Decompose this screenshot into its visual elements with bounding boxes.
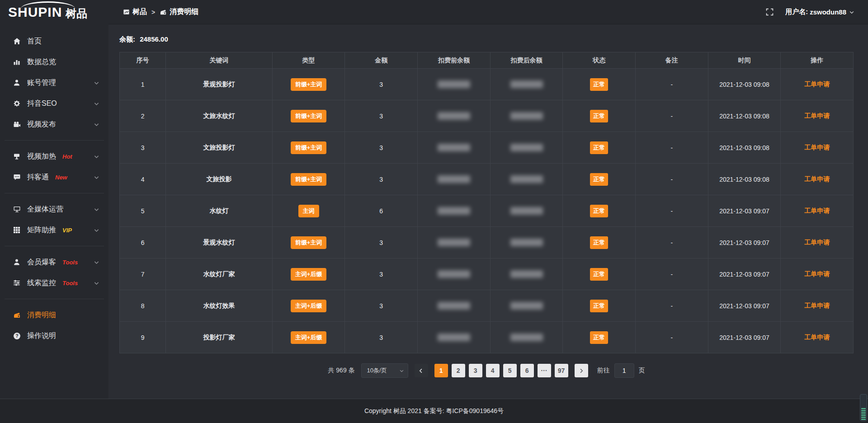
cell-time: 2021-12-03 09:08	[708, 164, 781, 195]
monitor-icon	[13, 206, 21, 213]
status-badge: 正常	[590, 205, 608, 217]
sidebar-item-account-management[interactable]: 账号管理	[0, 72, 108, 93]
cell-amount: 3	[345, 227, 418, 258]
type-badge: 主词+后缀	[291, 300, 327, 312]
table-row: 3文旅投影灯前缀+主词3正常-2021-12-03 09:08工单申请	[120, 132, 854, 164]
page-button-6[interactable]: 6	[520, 364, 534, 377]
sidebar-item-consumption-detail[interactable]: 消费明细	[0, 305, 108, 325]
cell-index: 6	[120, 227, 166, 258]
cell-note: -	[636, 290, 708, 322]
page-size-select[interactable]: 10条/页	[361, 363, 408, 378]
sidebar-item-label: 会员爆客	[27, 258, 56, 267]
more-pages-button[interactable]: ···	[538, 364, 551, 377]
ticket-request-link[interactable]: 工单申请	[804, 334, 830, 341]
chevron-down-icon	[849, 9, 854, 15]
sidebar-item-video-heating[interactable]: 视频加热Hot	[0, 146, 108, 167]
cell-index: 1	[120, 69, 166, 100]
cell-type: 主词+后缀	[272, 290, 345, 322]
table-row: 7水纹灯厂家主词+后缀3正常-2021-12-03 09:07工单申请	[120, 258, 854, 290]
cell-note: -	[636, 195, 708, 227]
cell-action: 工单申请	[781, 164, 854, 195]
cell-pre-balance	[418, 195, 491, 227]
ticket-request-link[interactable]: 工单申请	[804, 175, 830, 183]
cell-status: 正常	[563, 164, 636, 195]
cell-pre-balance	[418, 164, 491, 195]
breadcrumb-item-current[interactable]: 消费明细	[160, 7, 198, 17]
logo[interactable]: SHUPIN 树品	[0, 0, 108, 24]
ticket-request-link[interactable]: 工单申请	[804, 80, 830, 88]
sidebar-item-tag: Tools	[62, 280, 78, 287]
sidebar-item-douyin-seo[interactable]: 抖音SEO	[0, 93, 108, 114]
column-header: 序号	[120, 52, 166, 69]
sidebar-item-matrix-boost[interactable]: 矩阵助推VIP	[0, 220, 108, 240]
chevron-down-icon	[94, 227, 99, 233]
page-button-4[interactable]: 4	[486, 364, 500, 377]
ticket-request-link[interactable]: 工单申请	[804, 112, 830, 119]
breadcrumb-item-home[interactable]: 树品	[123, 7, 147, 17]
sidebar-item-clue-monitor[interactable]: 线索监控Tools	[0, 273, 108, 293]
corner-widget-stripes	[861, 408, 866, 420]
goto-label: 前往	[597, 367, 610, 375]
sidebar-item-operation-guide[interactable]: ?操作说明	[0, 325, 108, 346]
ticket-request-link[interactable]: 工单申请	[804, 144, 830, 151]
cell-keyword: 水纹灯	[166, 195, 273, 227]
masked-balance	[510, 302, 543, 310]
column-header: 扣费前余额	[418, 52, 491, 69]
cell-status: 正常	[563, 290, 636, 322]
cell-keyword: 文旅水纹灯	[166, 100, 273, 132]
cell-note: -	[636, 132, 708, 164]
cell-amount: 3	[345, 290, 418, 322]
ticket-request-link[interactable]: 工单申请	[804, 302, 830, 309]
cell-index: 5	[120, 195, 166, 227]
cell-post-balance	[490, 290, 563, 322]
goto-page-input[interactable]	[614, 363, 634, 378]
gear-icon	[13, 100, 21, 107]
sidebar-item-label: 视频加热	[27, 152, 56, 161]
cell-type: 主词+后缀	[272, 258, 345, 290]
column-header: 类型	[272, 52, 345, 69]
breadcrumb-label: 消费明细	[170, 7, 198, 17]
page-button-2[interactable]: 2	[452, 364, 465, 377]
cell-post-balance	[490, 164, 563, 195]
page-button-5[interactable]: 5	[503, 364, 517, 377]
type-badge: 主词+后缀	[291, 268, 327, 281]
corner-widget[interactable]	[860, 394, 867, 421]
sidebar-item-data-overview[interactable]: 数据总览	[0, 52, 108, 72]
page-button-3[interactable]: 3	[469, 364, 482, 377]
masked-balance	[438, 270, 470, 278]
fullscreen-icon[interactable]	[766, 8, 774, 16]
ticket-request-link[interactable]: 工单申请	[804, 239, 830, 246]
breadcrumb: 树品 > 消费明细	[123, 7, 198, 17]
home-icon	[13, 38, 21, 45]
cell-keyword: 投影灯厂家	[166, 322, 273, 353]
cell-type: 前缀+主词	[272, 69, 345, 100]
ticket-request-link[interactable]: 工单申请	[804, 207, 830, 214]
sidebar-item-member-burst[interactable]: 会员爆客Tools	[0, 252, 108, 273]
cell-post-balance	[490, 322, 563, 353]
sidebar-item-home[interactable]: 首页	[0, 31, 108, 52]
ticket-request-link[interactable]: 工单申请	[804, 270, 830, 277]
cell-action: 工单申请	[781, 100, 854, 132]
type-badge: 前缀+主词	[291, 78, 327, 91]
prev-page-button[interactable]	[415, 364, 428, 377]
cell-action: 工单申请	[781, 322, 854, 353]
cell-index: 9	[120, 322, 166, 353]
masked-balance	[438, 302, 470, 310]
goto-page: 前往 页	[597, 363, 645, 378]
page-button-1[interactable]: 1	[434, 364, 448, 377]
comment-icon	[13, 174, 21, 181]
sidebar-item-douketong[interactable]: 抖客通New	[0, 167, 108, 188]
column-header: 状态	[563, 52, 636, 69]
cell-index: 8	[120, 290, 166, 322]
next-page-button[interactable]	[575, 364, 588, 377]
user-menu[interactable]: 用户名: zswodun88	[785, 8, 854, 16]
cell-time: 2021-12-03 09:08	[708, 132, 781, 164]
question-icon: ?	[13, 332, 21, 340]
cell-status: 正常	[563, 69, 636, 100]
masked-balance	[438, 239, 470, 246]
table-row: 8水纹灯效果主词+后缀3正常-2021-12-03 09:07工单申请	[120, 290, 854, 322]
page-button-97[interactable]: 97	[555, 364, 568, 377]
sidebar-divider	[5, 193, 104, 193]
sidebar-item-video-publish[interactable]: 视频发布	[0, 114, 108, 135]
sidebar-item-all-media-operation[interactable]: 全媒体运营	[0, 199, 108, 220]
